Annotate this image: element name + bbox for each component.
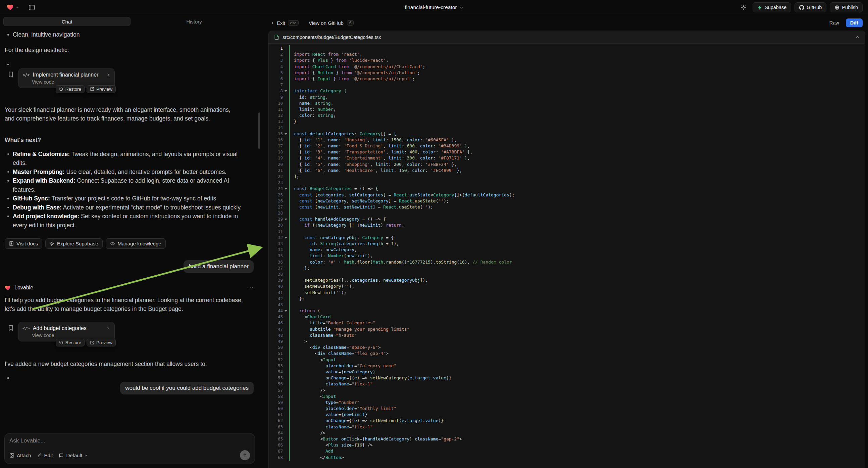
line-number: 12 [269,113,283,118]
code-line: 42 }; [269,296,865,302]
ready-paragraph: Your sleek financial planner is now read… [5,106,254,123]
view-on-github-button[interactable]: View on GitHub [309,20,344,26]
code-line: 17 { id: '2', name: 'Food & Dining', lim… [269,143,865,149]
line-number: 63 [269,424,283,430]
chat-scroll-area[interactable]: Clean, intuitive navigation For the desi… [0,26,261,430]
code-line: 13} [269,118,865,124]
code-line: 15const defaultCategories: Category[] = … [269,131,865,137]
fold-gutter [283,296,289,302]
restore-button[interactable]: Restore [56,85,85,93]
line-number: 9 [269,94,283,100]
exit-button[interactable]: Exit [271,20,285,26]
collapse-file-button[interactable] [855,35,860,39]
chevron-down-icon [16,6,19,9]
edit-button[interactable]: Edit [37,452,53,458]
chevron-down-icon [85,454,88,457]
line-number: 50 [269,345,283,351]
code-text: name: newCategory, [289,247,865,253]
code-text: id: String(categories.length + 1), [289,241,865,247]
fold-icon[interactable] [283,235,289,241]
supabase-button[interactable]: Supabase [752,2,791,12]
restore-button[interactable]: Restore [56,339,85,347]
explore-supabase-button[interactable]: Explore Supabase [45,238,103,249]
line-number: 47 [269,326,283,332]
bookmark-button[interactable] [8,325,14,331]
code-icon: </> [23,326,30,331]
code-line: 26 const [newCategory, setNewCategory] =… [269,198,865,204]
design-heading: For the design aesthetic: [5,46,254,54]
user-message: build a financial planner [184,260,254,273]
code-line: 19 { id: '4', name: 'Entertainment', lim… [269,155,865,161]
version-card-title: Implement financial planner [33,72,99,78]
code-toolbar: Exit esc View on GitHub 6 Raw Diff [269,15,865,31]
attach-button[interactable]: Attach [9,452,31,458]
fold-icon[interactable] [283,88,289,94]
tab-history[interactable]: History [130,17,258,26]
preview-button[interactable]: Preview [87,85,116,93]
line-number: 65 [269,436,283,442]
send-button[interactable] [240,450,250,460]
code-editor[interactable]: 12import React from 'react';3import { Pl… [269,43,865,468]
view-code-link[interactable]: View code [23,79,54,85]
line-number: 54 [269,369,283,375]
version-card-row: </> Add budget categories View code Rest… [8,322,254,342]
version-card-add-budget-categories[interactable]: </> Add budget categories View code Rest… [18,322,115,342]
line-number: 13 [269,118,283,124]
project-menu[interactable]: financial-future-creator [405,4,463,10]
fold-icon[interactable] [283,308,289,314]
fold-gutter [283,442,289,448]
fold-icon[interactable] [283,216,289,222]
file-header[interactable]: src/components/budget/BudgetCategories.t… [269,31,865,43]
raw-button[interactable]: Raw [826,19,843,27]
code-text [289,271,865,277]
version-card-implement-financial-planner[interactable]: </> Implement financial planner View cod… [18,68,115,88]
fold-icon[interactable] [283,186,289,192]
partial-bullet-list: Clean, intuitive navigation [5,30,254,39]
code-text: { id: '1', name: 'Housing', limit: 1500,… [289,137,865,143]
github-button[interactable]: GitHub [795,2,827,12]
line-number: 31 [269,229,283,235]
project-name: financial-future-creator [405,4,457,10]
fold-gutter [283,70,289,76]
more-options-button[interactable]: ··· [247,284,254,291]
code-line: 40 setNewCategory(''); [269,283,865,289]
code-line: 68 </Button> [269,455,865,461]
visit-docs-button[interactable]: Visit docs [5,238,42,249]
bookmark-icon [8,325,14,331]
quick-actions-row: Visit docs Explore Supabase Manage knowl… [5,238,254,249]
code-line: 2import React from 'react'; [269,51,865,57]
code-line: 62 onChange={(e) => setNewLimit(e.target… [269,418,865,424]
publish-button[interactable]: Publish [830,2,863,12]
sidebar-toggle-button[interactable] [27,3,36,12]
chat-scrollbar-thumb[interactable] [258,113,260,149]
line-number: 8 [269,88,283,94]
code-lines: 12import React from 'react';3import { Pl… [269,45,865,461]
fold-gutter [283,241,289,247]
settings-button[interactable] [739,3,748,12]
line-number: 42 [269,296,283,302]
code-line: 38 [269,271,865,277]
chat-input[interactable] [9,437,250,450]
chevron-right-icon [106,72,111,77]
lovable-logo-button[interactable] [5,2,21,12]
fold-gutter [283,107,289,113]
fold-gutter [283,168,289,174]
diff-button[interactable]: Diff [846,19,863,27]
line-number: 40 [269,283,283,289]
preview-button[interactable]: Preview [87,339,116,347]
composer-toolbar: Attach Edit Default [9,450,250,460]
fold-icon[interactable] [283,131,289,137]
chat-mode-selector[interactable]: Default [59,452,88,458]
code-text: return ( [289,308,865,314]
line-number: 7 [269,82,283,88]
manage-knowledge-button[interactable]: Manage knowledge [106,238,166,249]
code-text: name: string; [289,100,865,107]
code-text: value={newLimit} [289,412,865,418]
bookmark-button[interactable] [8,71,14,78]
code-text: { id: '5', name: 'Shopping', limit: 200,… [289,162,865,168]
code-text: placeholder="Monthly limit" [289,406,865,412]
pencil-icon [37,453,42,458]
view-code-link[interactable]: View code [23,333,54,338]
code-line: 28 [269,210,865,216]
tab-chat[interactable]: Chat [3,17,130,26]
